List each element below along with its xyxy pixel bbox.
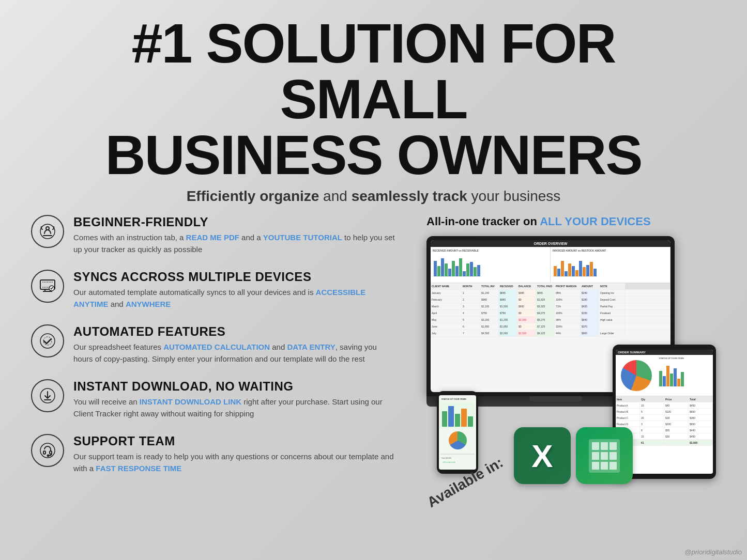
feature-automated-text: AUTOMATED FEATURES Our spreadsheet featu…	[73, 324, 395, 365]
header-section: #1 SOLUTION FOR SMALL BUSINESS OWNERS Ef…	[31, 15, 716, 205]
syncs-icon	[31, 270, 64, 303]
content-section: BEGINNER-FRIENDLY Comes with an instruct…	[31, 215, 716, 550]
tablet-charts: STATUS OF YOUR ITEMS	[616, 355, 713, 396]
subtitle: Efficiently organize and seamlessly trac…	[31, 188, 716, 205]
feature-download-title: INSTANT DOWNLOAD, NO WAITING	[73, 379, 395, 394]
feature-download-desc: You will receive an INSTANT DOWNLOAD LIN…	[73, 396, 395, 419]
feature-support: SUPPORT TEAM Our support team is ready t…	[31, 434, 395, 474]
feature-syncs: SYNCS ACCROSS MULTIPLE DEVICES Our autom…	[31, 270, 395, 310]
phone-bar-chart	[440, 402, 475, 428]
chart2: INVOICED AMOUNT vs RESTOCK AMOUNT	[551, 247, 670, 283]
feature-syncs-desc: Our automated template automatically syn…	[73, 287, 395, 310]
svg-point-4	[40, 334, 55, 348]
feature-download: INSTANT DOWNLOAD, NO WAITING You will re…	[31, 379, 395, 419]
feature-automated: AUTOMATED FEATURES Our spreadsheet featu…	[31, 324, 395, 365]
download-icon	[31, 379, 64, 412]
mini-charts: RECEIVED AMOUNT vs RECEIVABLE	[431, 247, 670, 283]
sheets-grid	[589, 439, 620, 473]
feature-beginner-text: BEGINNER-FRIENDLY Comes with an instruct…	[73, 215, 395, 255]
feature-automated-title: AUTOMATED FEATURES	[73, 324, 395, 339]
available-section: Available in: X	[421, 427, 633, 484]
features-column: BEGINNER-FRIENDLY Comes with an instruct…	[31, 215, 395, 550]
svg-point-1	[46, 227, 49, 230]
tablet-pie	[621, 360, 652, 391]
right-column: All-in-one tracker on ALL YOUR DEVICES O…	[416, 215, 716, 550]
chart1: RECEIVED AMOUNT vs RECEIVABLE	[431, 247, 551, 283]
feature-syncs-text: SYNCS ACCROSS MULTIPLE DEVICES Our autom…	[73, 270, 395, 310]
laptop-stand	[530, 396, 582, 401]
feature-support-text: SUPPORT TEAM Our support team is ready t…	[73, 434, 395, 474]
feature-automated-desc: Our spreadsheet features AUTOMATED CALCU…	[73, 341, 395, 365]
feature-beginner-title: BEGINNER-FRIENDLY	[73, 215, 395, 229]
devices-mockup: ORDER OVERVIEW RECEIVED AMOUNT vs RECEIV…	[416, 236, 716, 484]
feature-beginner-desc: Comes with an instruction tab, a READ ME…	[73, 232, 395, 255]
feature-support-desc: Our support team is ready to help you wi…	[73, 451, 395, 474]
beginner-icon	[31, 215, 64, 248]
svg-rect-8	[43, 451, 45, 454]
sheets-icon	[576, 427, 633, 484]
watermark: @prioridigitalstudio	[684, 548, 742, 556]
main-title: #1 SOLUTION FOR SMALL BUSINESS OWNERS	[31, 15, 716, 183]
main-container: #1 SOLUTION FOR SMALL BUSINESS OWNERS Ef…	[0, 0, 747, 560]
feature-download-text: INSTANT DOWNLOAD, NO WAITING You will re…	[73, 379, 395, 419]
feature-syncs-title: SYNCS ACCROSS MULTIPLE DEVICES	[73, 270, 395, 284]
automated-icon	[31, 324, 64, 357]
spreadsheet-title: ORDER OVERVIEW	[431, 240, 670, 247]
feature-beginner: BEGINNER-FRIENDLY Comes with an instruct…	[31, 215, 395, 255]
devices-label: All-in-one tracker on ALL YOUR DEVICES	[416, 215, 651, 228]
available-text: Available in:	[424, 454, 506, 511]
support-icon	[31, 434, 64, 467]
excel-icon: X	[514, 427, 571, 484]
feature-support-title: SUPPORT TEAM	[73, 434, 395, 448]
